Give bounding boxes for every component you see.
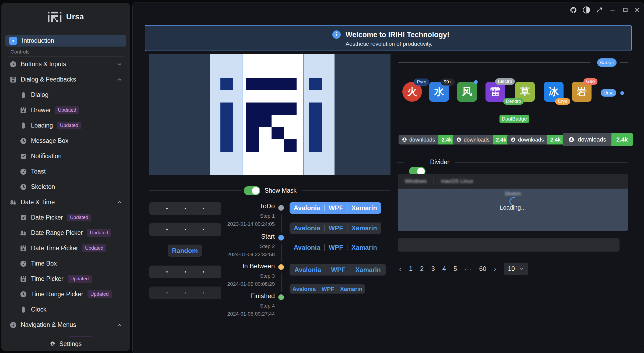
ip-input-box[interactable] bbox=[149, 223, 221, 236]
divider-line bbox=[455, 162, 628, 163]
updated-badge: Updated bbox=[55, 106, 79, 114]
sidebar-item-time-range-picker[interactable]: Time Range Picker Updated bbox=[1, 287, 130, 302]
page-button-2[interactable]: 2 bbox=[420, 265, 424, 273]
step-label: Step 3 bbox=[221, 273, 275, 279]
wpf-button[interactable]: WPF bbox=[329, 244, 343, 251]
button-group-dark: Avalonia WPF Xamarin bbox=[290, 223, 381, 234]
sidebar-item-dialog[interactable]: Dialog bbox=[1, 87, 130, 103]
sidebar-item-drawer[interactable]: Drawer Updated bbox=[1, 103, 130, 118]
divider-line bbox=[398, 62, 590, 63]
divider-line bbox=[397, 162, 404, 163]
wpf-button[interactable]: WPF bbox=[322, 286, 334, 292]
ursa-pill-badge: Ursa bbox=[601, 89, 616, 97]
tab-macos-linux[interactable]: macOS Linux bbox=[434, 178, 480, 184]
dendro-badge: Dendro bbox=[503, 98, 524, 105]
xamarin-button[interactable]: Xamarin bbox=[355, 266, 381, 274]
sidebar-item-skeleton[interactable]: Skeleton bbox=[1, 179, 130, 195]
xamarin-button[interactable]: Xamarin bbox=[340, 286, 363, 292]
irihi-logo-image bbox=[149, 54, 390, 176]
sidebar-item-label: Date Picker bbox=[31, 214, 63, 221]
maximize-button[interactable] bbox=[621, 6, 629, 14]
tab-strip: Windows macOS Linux bbox=[398, 174, 628, 189]
downloads-label: downloads bbox=[409, 137, 435, 143]
minimize-icon bbox=[609, 7, 616, 13]
banner-title: Welcome to IRIHI Technology! bbox=[346, 30, 449, 39]
maximize-icon bbox=[622, 7, 629, 13]
sidebar-item-label: Date & Time bbox=[21, 199, 55, 206]
wpf-button[interactable]: WPF bbox=[329, 204, 343, 212]
fullscreen-button[interactable] bbox=[595, 6, 603, 14]
sidebar-item-notification[interactable]: Notification bbox=[1, 149, 130, 164]
app-root: Ursa Introduction Controls Buttons & Inp… bbox=[0, 0, 644, 353]
ip-input-box[interactable] bbox=[149, 266, 221, 278]
sidebar-item-toast[interactable]: Toast bbox=[1, 164, 130, 179]
page-button-3[interactable]: 3 bbox=[431, 265, 435, 273]
next-page-button[interactable]: › bbox=[494, 265, 496, 273]
avalonia-button[interactable]: Avalonia bbox=[294, 266, 321, 274]
ip-input-box[interactable] bbox=[149, 202, 221, 215]
page-button-4[interactable]: 4 bbox=[442, 265, 446, 273]
app-logo-row: Ursa bbox=[1, 3, 130, 31]
show-mask-toggle[interactable] bbox=[244, 186, 260, 195]
sidebar-item-label: Message Box bbox=[31, 137, 68, 144]
sidebar-item-dialog-feedbacks[interactable]: Dialog & Feedbacks bbox=[1, 72, 130, 87]
sidebar-item-introduction[interactable]: Introduction bbox=[5, 35, 126, 47]
music-note-icon bbox=[19, 168, 27, 176]
sidebar-item-label: Introduction bbox=[22, 37, 54, 44]
step-date: 2024-01-04 22:32:58 bbox=[216, 252, 275, 257]
xamarin-button[interactable]: Xamarin bbox=[351, 224, 377, 232]
settings-button[interactable]: Settings bbox=[1, 337, 130, 351]
downloads-badge: downloads 2.4k bbox=[507, 135, 564, 144]
sidebar-item-label: Toast bbox=[31, 168, 46, 175]
pagination: ‹ 1 2 3 4 5 ··· 60 › 10 bbox=[399, 262, 528, 275]
prev-page-button[interactable]: ‹ bbox=[399, 265, 402, 273]
avalonia-button[interactable]: Avalonia bbox=[294, 244, 320, 251]
sidebar-item-loading[interactable]: Loading Updated bbox=[1, 118, 130, 133]
divider-line bbox=[533, 119, 628, 119]
avalonia-button[interactable]: Avalonia bbox=[294, 204, 320, 212]
avalonia-button[interactable]: Avalonia bbox=[294, 224, 320, 232]
downloads-count: 2.4k bbox=[547, 135, 564, 144]
button-group-ghost: Avalonia WPF Xamarin bbox=[290, 242, 381, 253]
dualbadge-divider-pill: DualBadge bbox=[499, 115, 529, 123]
xamarin-button[interactable]: Xamarin bbox=[351, 204, 377, 212]
xamarin-button[interactable]: Xamarin bbox=[351, 244, 377, 251]
sidebar-item-date-time-picker[interactable]: Date Time Picker Updated bbox=[1, 241, 130, 256]
wpf-button[interactable]: WPF bbox=[331, 266, 345, 274]
close-button[interactable] bbox=[633, 6, 641, 14]
sidebar-item-clock[interactable]: Clock bbox=[1, 302, 130, 317]
wpf-button[interactable]: WPF bbox=[329, 224, 343, 232]
minimize-button[interactable] bbox=[608, 6, 617, 14]
step-label: Step 4 bbox=[221, 303, 275, 309]
sidebar-item-label: Drawer bbox=[31, 107, 51, 114]
button-group-dark-wide: Avalonia WPF Xamarin bbox=[290, 264, 386, 276]
updated-badge: Updated bbox=[57, 122, 81, 129]
sidebar-item-label: Time Range Picker bbox=[31, 291, 83, 298]
sidebar-item-time-picker[interactable]: Time Picker Updated bbox=[1, 271, 130, 287]
sidebar-item-label: Buttons & Inputs bbox=[21, 61, 66, 68]
random-button[interactable]: Random bbox=[168, 245, 202, 257]
sidebar-item-buttons-inputs[interactable]: Buttons & Inputs bbox=[1, 57, 130, 72]
sidebar-item-time-box[interactable]: Time Box bbox=[1, 256, 130, 271]
tab-windows[interactable]: Windows bbox=[398, 178, 434, 184]
page-button-60[interactable]: 60 bbox=[479, 265, 486, 273]
page-ellipsis[interactable]: ··· bbox=[464, 266, 471, 272]
theme-toggle-button[interactable] bbox=[582, 6, 590, 14]
divider-line bbox=[149, 190, 242, 191]
sidebar-item-date-picker[interactable]: Date Picker Updated bbox=[1, 210, 130, 225]
sidebar-item-message-box[interactable]: Message Box bbox=[1, 133, 130, 149]
github-button[interactable] bbox=[569, 6, 577, 14]
page-size-select[interactable]: 10 bbox=[504, 263, 528, 275]
downloads-count: 2.4k bbox=[611, 133, 633, 146]
sidebar-item-navigation-menus[interactable]: Navigation & Menus bbox=[1, 317, 130, 333]
sidebar-item-date-range-picker[interactable]: Date Range Picker Updated bbox=[1, 225, 130, 241]
page-button-5[interactable]: 5 bbox=[453, 265, 457, 273]
step-dot-finished bbox=[278, 294, 284, 300]
sidebar-item-label: Navigation & Menus bbox=[21, 321, 76, 329]
page-button-1[interactable]: 1 bbox=[409, 265, 413, 273]
avalonia-button[interactable]: Avalonia bbox=[292, 286, 316, 292]
empty-input-panel[interactable] bbox=[398, 238, 620, 252]
sidebar-item-label: Date Time Picker bbox=[31, 245, 78, 252]
element-tile-anemo: 风 bbox=[457, 82, 477, 102]
sidebar-item-date-time[interactable]: Date & Time bbox=[1, 195, 130, 210]
